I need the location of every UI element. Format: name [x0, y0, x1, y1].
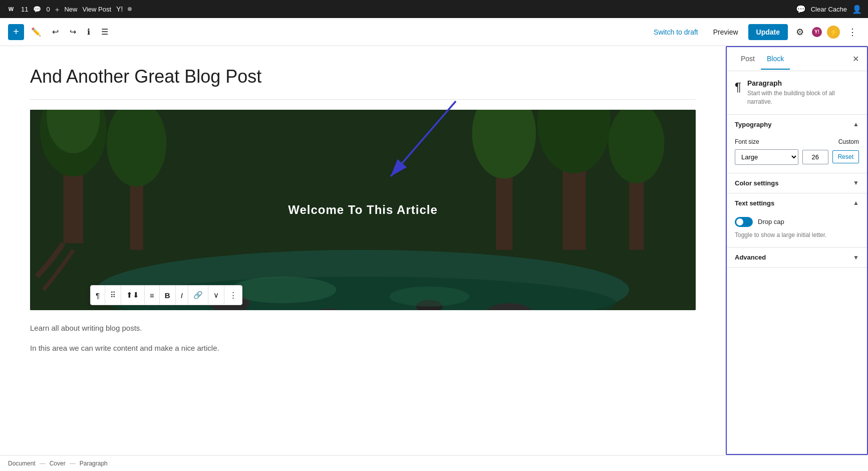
view-post-link[interactable]: View Post	[82, 6, 111, 13]
breadcrumb-paragraph[interactable]: Paragraph	[80, 460, 108, 467]
comment-count: 0	[46, 6, 50, 13]
tab-post[interactable]: Post	[735, 49, 761, 70]
paragraph-info: ¶ Paragraph Start with the building bloc…	[727, 71, 867, 115]
bc-sep-2: —	[70, 460, 76, 467]
tools-button[interactable]: ✏️	[27, 24, 45, 40]
text-settings-header[interactable]: Text settings ▲	[727, 193, 867, 213]
typography-controls: Font size Custom Large Small Medium X-La…	[727, 134, 867, 173]
move-up-down-button[interactable]: ⬆⬇	[121, 285, 145, 305]
info-button[interactable]: ℹ	[83, 24, 94, 40]
block-options-button[interactable]: ⋮	[224, 285, 242, 305]
sidebar-close-button[interactable]: ✕	[852, 54, 859, 64]
font-size-label: Font size	[735, 138, 834, 145]
add-block-button[interactable]: +	[8, 24, 24, 40]
top-bar: W 11 💬 0 + New View Post Y! 💬 Clear Cach…	[0, 0, 868, 18]
block-toolbar: ¶ ⠿ ⬆⬇ ≡ B I 🔗 ∨ ⋮	[90, 285, 242, 305]
avatar-icon: 👤	[852, 5, 862, 14]
font-size-select[interactable]: Large Small Medium X-Large	[735, 149, 798, 165]
color-settings-chevron-down-icon: ▼	[853, 179, 859, 186]
post-title[interactable]: And Another Great Blog Post	[30, 66, 696, 87]
preview-button[interactable]: Preview	[708, 25, 743, 39]
more-options-button[interactable]: ⋮	[845, 25, 860, 40]
bc-sep-1: —	[40, 460, 46, 467]
font-size-labels: Font size Custom	[735, 138, 859, 145]
tab-block[interactable]: Block	[761, 49, 790, 70]
font-size-controls: Large Small Medium X-Large Reset	[735, 149, 859, 165]
toolbar-right: Switch to draft Preview Update ⚙ Y! ⚡ ⋮	[649, 24, 860, 40]
drop-cap-desc: Toggle to show a large initial letter.	[735, 231, 859, 240]
paragraph-title: Paragraph	[747, 79, 859, 87]
text-settings-chevron-up-icon: ▲	[853, 199, 859, 206]
advanced-section: Advanced ▼	[727, 248, 867, 268]
link-button[interactable]: 🔗	[188, 285, 208, 305]
paragraph-desc: Start with the building block of all nar…	[747, 89, 859, 106]
typography-label: Typography	[735, 121, 771, 128]
color-settings-label: Color settings	[735, 179, 778, 187]
toolbar-left: + ✏️ ↩ ↪ ℹ ☰	[8, 24, 645, 40]
advanced-chevron-down-icon: ▼	[853, 254, 859, 261]
drop-cap-label: Drop cap	[758, 218, 784, 225]
more-rich-text-button[interactable]: ∨	[208, 285, 224, 305]
editor-area: And Another Great Blog Post	[0, 46, 726, 455]
paragraph-type-icon: ¶	[735, 80, 741, 94]
custom-label: Custom	[838, 138, 859, 145]
post-paragraph-2[interactable]: In this area we can write content and ma…	[30, 342, 696, 354]
yoast-icon[interactable]: Y!	[812, 27, 822, 37]
switch-to-draft-button[interactable]: Switch to draft	[649, 25, 703, 39]
redo-button[interactable]: ↪	[66, 24, 80, 40]
new-label[interactable]: New	[64, 6, 77, 13]
bubble-icon: 💬	[796, 5, 806, 14]
italic-button[interactable]: I	[176, 285, 188, 305]
clear-cache-label[interactable]: Clear Cache	[811, 6, 847, 13]
block-type-button[interactable]: ¶	[91, 285, 105, 305]
reset-font-size-button[interactable]: Reset	[832, 150, 859, 163]
advanced-label: Advanced	[735, 254, 766, 261]
cover-block[interactable]: Welcome To This Article ¶ ⠿ ⬆⬇ ≡ B I 🔗 ∨…	[30, 110, 696, 310]
breadcrumb-document[interactable]: Document	[8, 460, 36, 467]
drag-handle-button[interactable]: ⠿	[105, 285, 121, 305]
add-new-icon[interactable]: +	[55, 5, 60, 14]
advanced-header[interactable]: Advanced ▼	[727, 248, 867, 267]
drop-cap-toggle[interactable]	[735, 217, 753, 227]
yoast-topbar-icon: Y!	[116, 5, 123, 13]
typography-section: Typography ▲ Font size Custom Large Smal…	[727, 115, 867, 173]
undo-button[interactable]: ↩	[48, 24, 63, 40]
update-button[interactable]: Update	[748, 24, 788, 40]
svg-point-19	[390, 287, 469, 307]
text-settings-section: Text settings ▲ Drop cap Toggle to show …	[727, 193, 867, 248]
drop-cap-row: Drop cap	[735, 217, 859, 227]
list-view-button[interactable]: ☰	[97, 24, 112, 40]
bolt-icon[interactable]: ⚡	[827, 26, 840, 39]
editor-toolbar: + ✏️ ↩ ↪ ℹ ☰ Switch to draft Preview Upd…	[0, 18, 868, 46]
bold-button[interactable]: B	[160, 285, 176, 305]
post-divider	[30, 99, 696, 100]
text-settings-label: Text settings	[735, 199, 774, 207]
text-settings-content: Drop cap Toggle to show a large initial …	[727, 213, 867, 248]
font-size-input[interactable]	[802, 150, 828, 164]
typography-chevron-up-icon: ▲	[853, 121, 859, 128]
post-paragraph-1[interactable]: Learn all about writing blog posts.	[30, 322, 696, 334]
wp-logo: W	[6, 4, 16, 14]
status-dot	[128, 7, 132, 11]
color-settings-header[interactable]: Color settings ▼	[727, 173, 867, 193]
settings-button[interactable]: ⚙	[793, 25, 807, 40]
sidebar-panel: Post Block ✕ ¶ Paragraph Start with the …	[726, 46, 868, 455]
cover-text[interactable]: Welcome To This Article	[288, 203, 438, 216]
typography-header[interactable]: Typography ▲	[727, 115, 867, 134]
align-button[interactable]: ≡	[145, 285, 160, 305]
notification-count: 11	[21, 6, 28, 13]
breadcrumb-cover[interactable]: Cover	[50, 460, 66, 467]
svg-point-18	[230, 277, 337, 303]
sidebar-header: Post Block ✕	[727, 47, 867, 71]
color-settings-section: Color settings ▼	[727, 173, 867, 193]
breadcrumb: Document — Cover — Paragraph	[0, 455, 868, 471]
separator: 💬	[33, 6, 41, 13]
